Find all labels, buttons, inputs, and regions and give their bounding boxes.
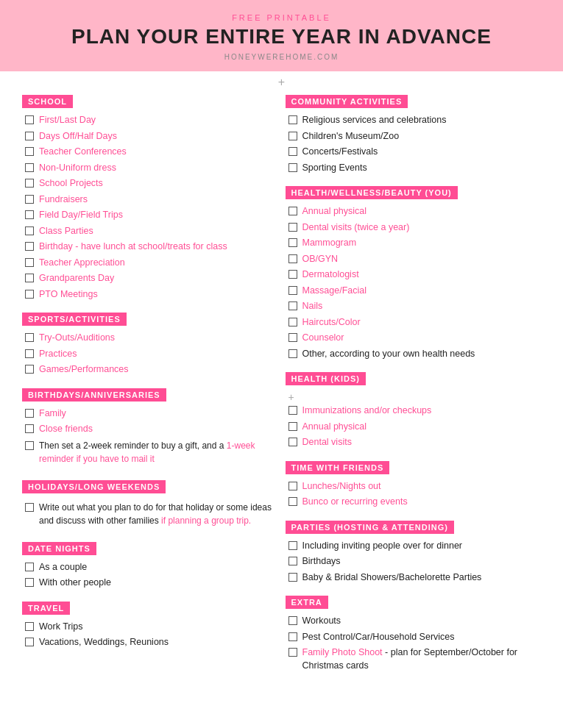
- list-item: Dermatologist: [288, 268, 542, 282]
- list-item: Field Day/Field Trips: [25, 209, 278, 222]
- item-text: Including inviting people over for dinne…: [302, 540, 542, 553]
- checkbox[interactable]: [288, 318, 297, 326]
- checkbox[interactable]: [25, 115, 34, 124]
- checkbox[interactable]: [288, 349, 297, 358]
- checkbox[interactable]: [25, 226, 34, 235]
- checkbox[interactable]: [288, 616, 297, 625]
- item-text: Work Trips: [39, 621, 278, 634]
- checkbox[interactable]: [25, 503, 34, 512]
- item-text: Teacher Appreciation: [39, 257, 278, 270]
- checkbox[interactable]: [25, 563, 34, 571]
- checkbox[interactable]: [25, 147, 34, 156]
- checkbox[interactable]: [25, 578, 34, 587]
- section-title-date-nights: DATE NIGHTS: [22, 542, 96, 555]
- school-checklist: First/Last Day Days Off/Half Days Teache…: [22, 114, 278, 301]
- checkbox[interactable]: [288, 557, 297, 565]
- checkbox[interactable]: [288, 333, 297, 342]
- checkbox[interactable]: [288, 541, 297, 550]
- item-text: Field Day/Field Trips: [39, 209, 278, 222]
- list-item: Dental visits (twice a year): [288, 221, 542, 235]
- checkbox[interactable]: [288, 438, 297, 446]
- item-text: First/Last Day: [39, 114, 278, 127]
- checkbox[interactable]: [25, 365, 34, 374]
- checkbox[interactable]: [288, 422, 297, 431]
- checkbox[interactable]: [288, 270, 297, 279]
- item-text: Dermatologist: [302, 268, 542, 282]
- website-label: HONEYWEREHOME.COM: [15, 53, 548, 61]
- checkbox[interactable]: [25, 179, 34, 188]
- item-text: Practices: [39, 348, 278, 361]
- holidays-note: Write out what you plan to do for that h…: [39, 501, 278, 527]
- item-text: Pest Control/Car/Household Services: [302, 631, 542, 644]
- list-item: School Projects: [25, 177, 278, 190]
- checkbox[interactable]: [25, 349, 34, 358]
- list-item: First/Last Day: [25, 114, 278, 127]
- checkbox[interactable]: [288, 223, 297, 232]
- list-item: Practices: [25, 348, 278, 361]
- checkbox[interactable]: [25, 622, 34, 631]
- checkbox[interactable]: [288, 482, 297, 490]
- checkbox[interactable]: [288, 648, 297, 657]
- list-item: Including inviting people over for dinne…: [288, 540, 542, 553]
- list-item: PTO Meetings: [25, 288, 278, 301]
- health-kids-checklist: Immunizations and/or checkups Annual phy…: [286, 404, 542, 449]
- list-item: Vacations, Weddings, Reunions: [25, 636, 278, 649]
- list-item: Family Photo Shoot - plan for September/…: [288, 646, 542, 672]
- checkbox[interactable]: [25, 195, 34, 204]
- checkbox[interactable]: [25, 242, 34, 251]
- section-travel: TRAVEL Work Trips Vacations, Weddings, R…: [22, 602, 278, 649]
- checkbox[interactable]: [288, 115, 297, 124]
- list-item: Days Off/Half Days: [25, 130, 278, 143]
- item-text: School Projects: [39, 177, 278, 190]
- checkbox[interactable]: [288, 254, 297, 263]
- item-text: Annual physical: [302, 205, 542, 218]
- checkbox[interactable]: [288, 238, 297, 247]
- travel-checklist: Work Trips Vacations, Weddings, Reunions: [22, 621, 278, 649]
- list-item: Teacher Conferences: [25, 146, 278, 159]
- checkbox[interactable]: [25, 333, 34, 342]
- item-text: Close friends: [39, 423, 278, 436]
- left-column: SCHOOL First/Last Day Days Off/Half Days…: [22, 95, 278, 684]
- checkbox[interactable]: [288, 406, 297, 415]
- checkbox[interactable]: [288, 286, 297, 295]
- item-text: Workouts: [302, 615, 542, 628]
- list-item: Non-Uniform dress: [25, 162, 278, 175]
- checkbox[interactable]: [288, 497, 297, 506]
- list-item: Grandparents Day: [25, 272, 278, 285]
- checkbox[interactable]: [288, 132, 297, 140]
- item-text: Other, according to your own health need…: [302, 348, 542, 361]
- checkbox[interactable]: [25, 163, 34, 172]
- checkbox[interactable]: [25, 210, 34, 219]
- section-title-holidays: HOLIDAYS/LONG WEEKENDS: [22, 480, 166, 493]
- item-text: Dental visits: [302, 436, 542, 449]
- list-item: Immunizations and/or checkups: [288, 404, 542, 418]
- list-item: Annual physical: [288, 421, 542, 434]
- item-text: With other people: [39, 577, 278, 590]
- checkbox[interactable]: [288, 163, 297, 172]
- item-text: Teacher Conferences: [39, 146, 278, 159]
- checkbox[interactable]: [25, 441, 34, 450]
- checkbox[interactable]: [25, 132, 34, 140]
- section-parties: PARTIES (HOSTING & ATTENDING) Including …: [286, 521, 542, 585]
- checkbox[interactable]: [25, 290, 34, 299]
- checkbox[interactable]: [25, 424, 34, 433]
- section-title-sports: SPORTS/ACTIVITIES: [22, 313, 127, 326]
- list-item: Nails: [288, 300, 542, 313]
- list-item: Games/Performances: [25, 363, 278, 377]
- checkbox[interactable]: [288, 207, 297, 215]
- list-item: Workouts: [288, 615, 542, 628]
- item-text: Class Parties: [39, 225, 278, 238]
- checkbox[interactable]: [288, 147, 297, 156]
- list-item: Massage/Facial: [288, 285, 542, 298]
- checkbox[interactable]: [288, 301, 297, 310]
- checkbox[interactable]: [25, 638, 34, 646]
- sports-checklist: Try-Outs/Auditions Practices Games/Perfo…: [22, 332, 278, 377]
- checkbox[interactable]: [288, 573, 297, 582]
- section-title-parties: PARTIES (HOSTING & ATTENDING): [286, 521, 454, 534]
- checkbox[interactable]: [25, 258, 34, 267]
- checkbox[interactable]: [288, 632, 297, 641]
- item-text: Non-Uniform dress: [39, 162, 278, 175]
- checkbox[interactable]: [25, 274, 34, 282]
- checkbox[interactable]: [25, 409, 34, 418]
- section-title-community: COMMUNITY ACTIVITIES: [286, 95, 408, 108]
